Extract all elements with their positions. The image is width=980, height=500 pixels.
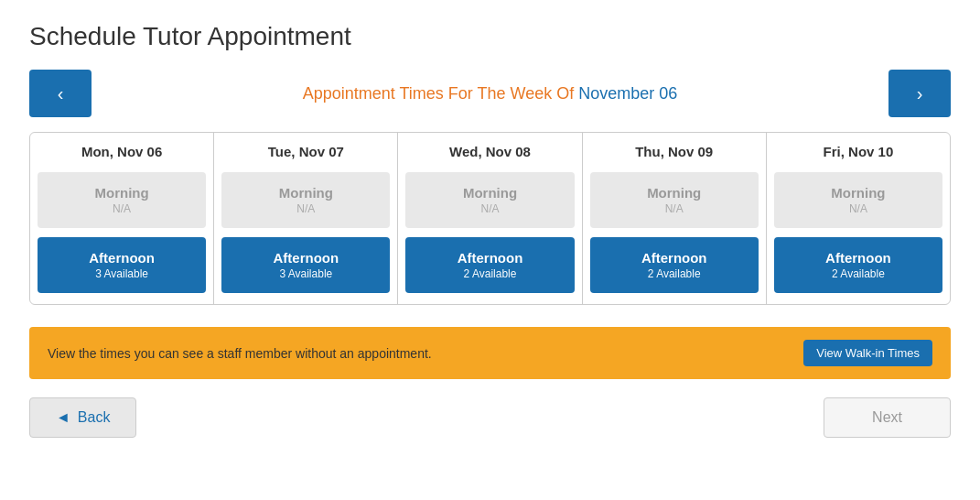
morning-slot: MorningN/A	[590, 172, 759, 228]
day-col: Tue, Nov 07MorningN/AAfternoon3 Availabl…	[214, 133, 398, 304]
slot-sub: N/A	[45, 202, 199, 215]
morning-slot: MorningN/A	[221, 172, 390, 228]
slot-title: Morning	[781, 185, 935, 201]
walkin-banner: View the times you can see a staff membe…	[29, 327, 951, 379]
morning-slot: MorningN/A	[405, 172, 574, 228]
slot-sub: N/A	[598, 202, 751, 215]
afternoon-slot[interactable]: Afternoon2 Available	[774, 237, 942, 293]
week-title: Appointment Times For The Week Of Novemb…	[92, 84, 888, 103]
day-col: Wed, Nov 08MorningN/AAfternoon2 Availabl…	[398, 133, 582, 304]
bottom-navigation: ◄ Back Next	[29, 397, 951, 438]
day-header: Fri, Nov 10	[824, 144, 894, 159]
page-title: Schedule Tutor Appointment	[29, 22, 951, 51]
slot-title: Morning	[598, 185, 751, 201]
morning-slot: MorningN/A	[774, 172, 942, 228]
slot-title: Afternoon	[598, 250, 751, 266]
slot-sub: 3 Available	[45, 267, 199, 280]
slot-sub: N/A	[229, 202, 382, 215]
afternoon-slot[interactable]: Afternoon3 Available	[38, 237, 206, 293]
slot-title: Afternoon	[413, 250, 566, 266]
prev-week-button[interactable]: ‹	[29, 70, 92, 117]
day-header: Tue, Nov 07	[268, 144, 344, 159]
slot-sub: 2 Available	[598, 267, 751, 280]
back-label: Back	[78, 409, 111, 426]
slot-sub: N/A	[781, 202, 935, 215]
slot-title: Afternoon	[229, 250, 382, 266]
banner-text: View the times you can see a staff membe…	[48, 346, 789, 361]
slot-sub: 2 Available	[413, 267, 566, 280]
day-header: Thu, Nov 09	[635, 144, 713, 159]
back-arrow-icon: ◄	[56, 409, 70, 426]
day-header: Mon, Nov 06	[81, 144, 162, 159]
slot-sub: N/A	[413, 202, 566, 215]
next-button: Next	[824, 397, 951, 438]
back-button[interactable]: ◄ Back	[29, 397, 136, 438]
day-header: Wed, Nov 08	[449, 144, 531, 159]
slot-title: Afternoon	[781, 250, 935, 266]
slot-title: Morning	[45, 185, 199, 201]
morning-slot: MorningN/A	[38, 172, 206, 228]
slot-title: Morning	[413, 185, 566, 201]
day-col: Thu, Nov 09MorningN/AAfternoon2 Availabl…	[583, 133, 767, 304]
afternoon-slot[interactable]: Afternoon3 Available	[221, 237, 390, 293]
slot-title: Afternoon	[45, 250, 199, 266]
week-navigation: ‹ Appointment Times For The Week Of Nove…	[29, 70, 951, 117]
afternoon-slot[interactable]: Afternoon2 Available	[590, 237, 759, 293]
day-col: Mon, Nov 06MorningN/AAfternoon3 Availabl…	[30, 133, 214, 304]
slot-sub: 2 Available	[781, 267, 935, 280]
week-label-blue: November 06	[578, 84, 677, 103]
afternoon-slot[interactable]: Afternoon2 Available	[405, 237, 574, 293]
walkin-button[interactable]: View Walk-in Times	[803, 340, 932, 366]
schedule-grid: Mon, Nov 06MorningN/AAfternoon3 Availabl…	[29, 132, 951, 305]
slot-sub: 3 Available	[229, 267, 382, 280]
week-label-orange: Appointment Times For The Week Of	[303, 84, 578, 103]
slot-title: Morning	[229, 185, 382, 201]
day-col: Fri, Nov 10MorningN/AAfternoon2 Availabl…	[767, 133, 950, 304]
next-week-button[interactable]: ›	[888, 70, 951, 117]
